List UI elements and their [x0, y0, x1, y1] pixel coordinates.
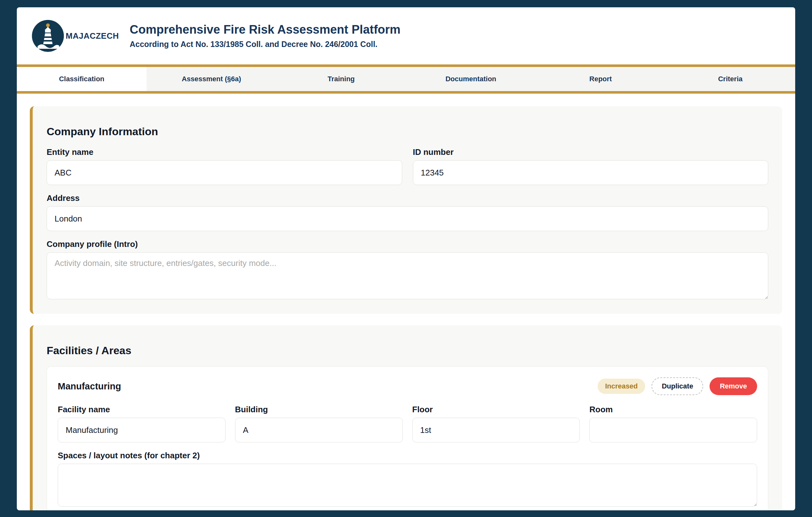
company-information-section: Company Information Entity name ID numbe…	[30, 106, 782, 314]
room-label: Room	[589, 405, 757, 414]
tab-training[interactable]: Training	[276, 67, 406, 91]
duplicate-button[interactable]: Duplicate	[651, 377, 703, 395]
title-block: Comprehensive Fire Risk Assessment Platf…	[130, 23, 401, 49]
entity-name-input[interactable]	[47, 160, 402, 185]
remove-button[interactable]: Remove	[709, 377, 757, 395]
floor-input[interactable]	[412, 418, 580, 442]
building-field: Building	[235, 405, 403, 442]
page-subtitle: According to Act No. 133/1985 Coll. and …	[130, 40, 401, 49]
entity-name-field: Entity name	[47, 147, 402, 185]
tab-bar: Classification Assessment (§6a) Training…	[17, 64, 795, 93]
page-title: Comprehensive Fire Risk Assessment Platf…	[130, 23, 401, 36]
tab-criteria[interactable]: Criteria	[665, 67, 795, 91]
facility-name-input[interactable]	[58, 418, 226, 442]
facility-actions: Increased Duplicate Remove	[598, 377, 757, 395]
facility-name-field: Facility name	[58, 405, 226, 442]
id-number-field: ID number	[413, 147, 768, 185]
address-input[interactable]	[47, 206, 768, 231]
brand-name: MAJACZECH	[66, 31, 119, 41]
building-label: Building	[235, 405, 403, 414]
facility-header: Manufacturing Increased Duplicate Remove	[58, 377, 757, 395]
facility-card-manufacturing: Manufacturing Increased Duplicate Remove…	[47, 366, 768, 510]
floor-field: Floor	[412, 405, 580, 442]
app-header: MAJACZECH Comprehensive Fire Risk Assess…	[17, 7, 795, 64]
company-profile-field: Company profile (Intro)	[47, 239, 768, 301]
logo: MAJACZECH	[31, 19, 119, 52]
facilities-section: Facilities / Areas Manufacturing Increas…	[30, 325, 782, 510]
building-input[interactable]	[235, 418, 403, 442]
room-field: Room	[589, 405, 757, 442]
risk-level-badge: Increased	[598, 379, 645, 394]
tab-assessment[interactable]: Assessment (§6a)	[147, 67, 276, 91]
address-label: Address	[47, 193, 768, 203]
facility-name-label: Facility name	[58, 405, 226, 414]
lighthouse-logo-icon	[31, 19, 64, 52]
facility-name-heading: Manufacturing	[58, 381, 121, 392]
floor-label: Floor	[412, 405, 580, 414]
spaces-notes-field: Spaces / layout notes (for chapter 2)	[58, 451, 757, 508]
entity-name-label: Entity name	[47, 147, 402, 157]
id-number-input[interactable]	[413, 160, 768, 185]
address-field: Address	[47, 193, 768, 231]
section-title-facilities: Facilities / Areas	[47, 344, 768, 357]
company-profile-label: Company profile (Intro)	[47, 239, 768, 249]
company-profile-textarea[interactable]	[47, 252, 768, 299]
id-number-label: ID number	[413, 147, 768, 157]
tab-documentation[interactable]: Documentation	[406, 67, 536, 91]
tab-report[interactable]: Report	[536, 67, 665, 91]
spaces-notes-textarea[interactable]	[58, 464, 757, 507]
main-content: Company Information Entity name ID numbe…	[17, 93, 795, 510]
app-window: MAJACZECH Comprehensive Fire Risk Assess…	[17, 7, 795, 510]
tab-classification[interactable]: Classification	[17, 67, 147, 91]
room-input[interactable]	[589, 418, 757, 442]
spaces-notes-label: Spaces / layout notes (for chapter 2)	[58, 451, 757, 461]
section-title-company: Company Information	[47, 125, 768, 138]
